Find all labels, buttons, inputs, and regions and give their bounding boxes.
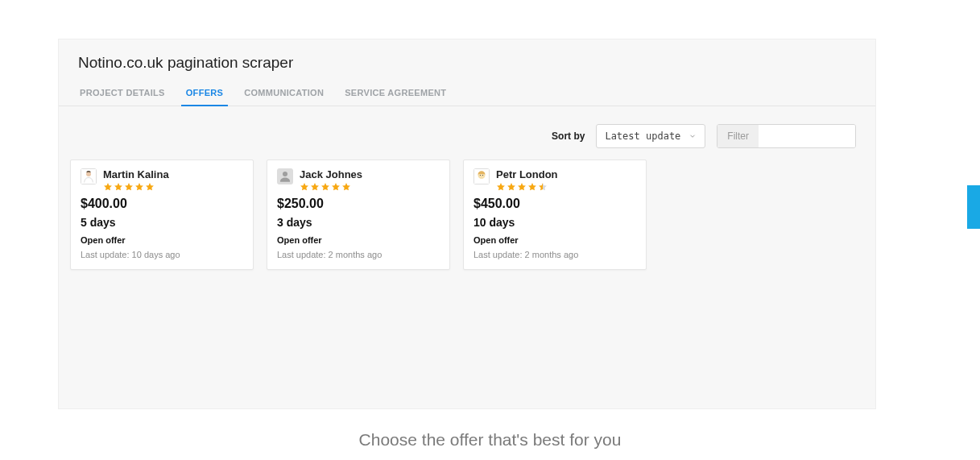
offer-status: Open offer: [473, 235, 636, 245]
offers-panel: Notino.co.uk pagination scraper PROJECT …: [58, 39, 876, 409]
offer-rating: [103, 182, 169, 192]
star-icon: [124, 182, 134, 192]
feedback-tab[interactable]: [967, 185, 980, 229]
offer-price: $250.00: [277, 197, 440, 211]
star-icon: [517, 182, 527, 192]
offer-price: $450.00: [473, 197, 636, 211]
offers-list: Martin Kalina $400.00 5 days Open offer …: [59, 160, 875, 270]
star-icon: [527, 182, 537, 192]
offer-duration: 10 days: [473, 216, 636, 229]
offer-card[interactable]: Jack Johnes $250.00 3 days Open offer La…: [267, 160, 450, 270]
filter-label: Filter: [717, 125, 759, 147]
star-icon: [145, 182, 155, 192]
page-caption: Choose the offer that's best for you: [0, 430, 980, 450]
star-icon: [331, 182, 341, 192]
offer-duration: 3 days: [277, 216, 440, 229]
tab-communication[interactable]: COMMUNICATION: [242, 83, 325, 106]
avatar: [81, 168, 97, 184]
offer-card[interactable]: Martin Kalina $400.00 5 days Open offer …: [70, 160, 254, 270]
offer-name: Martin Kalina: [103, 168, 169, 181]
page-title: Notino.co.uk pagination scraper: [59, 54, 875, 72]
star-icon: [341, 182, 351, 192]
offer-price: $400.00: [81, 197, 243, 211]
star-icon: [496, 182, 506, 192]
chevron-down-icon: [688, 132, 697, 140]
star-icon: [300, 182, 309, 192]
offer-name: Petr London: [496, 168, 558, 181]
offer-rating: [496, 182, 558, 192]
offer-rating: [300, 182, 362, 192]
avatar: [473, 168, 490, 184]
list-controls: Sort by Latest update Filter: [59, 106, 875, 160]
star-icon: [114, 182, 123, 192]
offer-name: Jack Johnes: [300, 168, 362, 181]
offer-status: Open offer: [81, 235, 243, 245]
avatar: [277, 168, 293, 184]
star-icon: [320, 182, 330, 192]
sort-selected-value: Latest update: [605, 131, 680, 142]
star-icon: [507, 182, 516, 192]
offer-updated: Last update: 10 days ago: [81, 250, 243, 259]
offer-card[interactable]: Petr London $450.00 10 days Open offer L…: [463, 160, 647, 270]
star-icon: [310, 182, 320, 192]
star-half-icon: [538, 182, 548, 192]
sort-by-label: Sort by: [552, 131, 585, 142]
filter-input[interactable]: [759, 125, 855, 147]
offer-status: Open offer: [277, 235, 440, 245]
tab-service-agreement[interactable]: SERVICE AGREEMENT: [343, 83, 448, 106]
offer-updated: Last update: 2 months ago: [277, 250, 440, 259]
filter-field[interactable]: Filter: [717, 124, 856, 148]
star-icon: [103, 182, 113, 192]
offer-duration: 5 days: [81, 216, 243, 229]
tab-project-details[interactable]: PROJECT DETAILS: [78, 83, 167, 106]
sort-select[interactable]: Latest update: [596, 124, 705, 148]
offer-updated: Last update: 2 months ago: [473, 250, 636, 259]
tabs: PROJECT DETAILS OFFERS COMMUNICATION SER…: [59, 83, 875, 106]
star-icon: [134, 182, 144, 192]
tab-offers[interactable]: OFFERS: [184, 83, 225, 106]
